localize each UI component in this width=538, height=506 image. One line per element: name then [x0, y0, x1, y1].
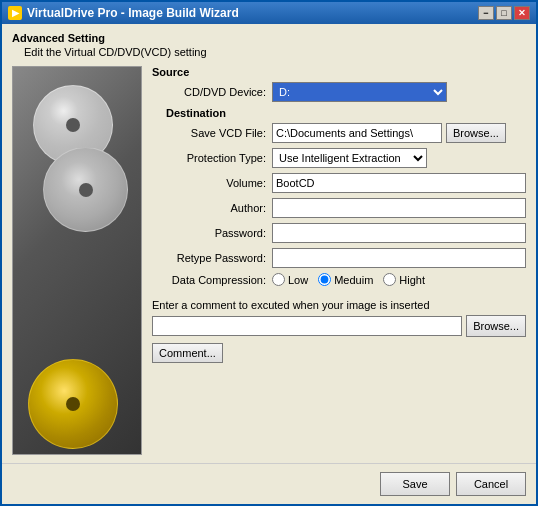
radio-low[interactable]	[272, 273, 285, 286]
minimize-button[interactable]: −	[478, 6, 494, 20]
cd-dvd-label: CD/DVD Device:	[152, 86, 272, 98]
browse-comment-button[interactable]: Browse...	[466, 315, 526, 337]
cd-bottom-hole	[66, 397, 80, 411]
footer: Save Cancel	[2, 463, 536, 504]
content-area: Advanced Setting Edit the Virtual CD/DVD…	[2, 24, 536, 463]
retype-control	[272, 248, 526, 268]
comment-input[interactable]	[152, 316, 462, 336]
radio-low-item: Low	[272, 273, 308, 286]
cd-dvd-control: D:	[272, 82, 526, 102]
close-button[interactable]: ✕	[514, 6, 530, 20]
protection-row: Protection Type: Use Intelligent Extract…	[152, 148, 526, 168]
maximize-button[interactable]: □	[496, 6, 512, 20]
compression-control: Low Meduim Hight	[272, 273, 526, 286]
browse-save-button[interactable]: Browse...	[446, 123, 506, 143]
radio-medium[interactable]	[318, 273, 331, 286]
cd-dvd-dropdown[interactable]: D:	[272, 82, 447, 102]
heading-main: Advanced Setting	[12, 32, 526, 44]
compression-row: Data Compression: Low Meduim Hight	[152, 273, 526, 286]
comment-section: Enter a comment to excuted when your ima…	[152, 299, 526, 363]
save-vcd-row: Save VCD File: Browse...	[152, 123, 526, 143]
protection-dropdown[interactable]: Use Intelligent Extraction	[272, 148, 427, 168]
radio-high-label: Hight	[399, 274, 425, 286]
cancel-button[interactable]: Cancel	[456, 472, 526, 496]
cd-top-hole	[66, 118, 80, 132]
destination-label: Destination	[152, 107, 526, 119]
password-input[interactable]	[272, 223, 526, 243]
settings-panel: Source CD/DVD Device: D: Destination Sav…	[152, 66, 526, 455]
save-vcd-input[interactable]	[272, 123, 442, 143]
main-area: Source CD/DVD Device: D: Destination Sav…	[12, 66, 526, 455]
titlebar: ▶ VirtualDrive Pro - Image Build Wizard …	[2, 2, 536, 24]
cd-middle-hole	[79, 183, 93, 197]
save-vcd-control: Browse...	[272, 123, 526, 143]
source-label: Source	[152, 66, 526, 78]
password-label: Password:	[152, 227, 272, 239]
save-button[interactable]: Save	[380, 472, 450, 496]
comment-desc: Enter a comment to excuted when your ima…	[152, 299, 526, 311]
radio-medium-item: Meduim	[318, 273, 373, 286]
titlebar-controls: − □ ✕	[478, 6, 530, 20]
radio-low-label: Low	[288, 274, 308, 286]
main-window: ▶ VirtualDrive Pro - Image Build Wizard …	[0, 0, 538, 506]
protection-label: Protection Type:	[152, 152, 272, 164]
comment-row: Browse...	[152, 315, 526, 337]
protection-control: Use Intelligent Extraction	[272, 148, 526, 168]
volume-row: Volume:	[152, 173, 526, 193]
comment-btn-row: Comment...	[152, 343, 526, 363]
volume-input[interactable]	[272, 173, 526, 193]
volume-control	[272, 173, 526, 193]
radio-high-item: Hight	[383, 273, 425, 286]
save-vcd-label: Save VCD File:	[152, 127, 272, 139]
compression-label: Data Compression:	[152, 274, 272, 286]
password-row: Password:	[152, 223, 526, 243]
app-icon: ▶	[8, 6, 22, 20]
image-panel	[12, 66, 142, 455]
cd-illustration	[13, 67, 141, 454]
retype-label: Retype Password:	[152, 252, 272, 264]
cd-dvd-row: CD/DVD Device: D:	[152, 82, 526, 102]
comment-button[interactable]: Comment...	[152, 343, 223, 363]
cd-middle	[43, 147, 128, 232]
heading-sub: Edit the Virtual CD/DVD(VCD) setting	[12, 46, 526, 58]
author-row: Author:	[152, 198, 526, 218]
author-control	[272, 198, 526, 218]
radio-high[interactable]	[383, 273, 396, 286]
window-title: VirtualDrive Pro - Image Build Wizard	[27, 6, 239, 20]
retype-input[interactable]	[272, 248, 526, 268]
volume-label: Volume:	[152, 177, 272, 189]
cd-bottom	[28, 359, 118, 449]
retype-row: Retype Password:	[152, 248, 526, 268]
titlebar-title: ▶ VirtualDrive Pro - Image Build Wizard	[8, 6, 239, 20]
author-input[interactable]	[272, 198, 526, 218]
radio-medium-label: Meduim	[334, 274, 373, 286]
password-control	[272, 223, 526, 243]
author-label: Author:	[152, 202, 272, 214]
